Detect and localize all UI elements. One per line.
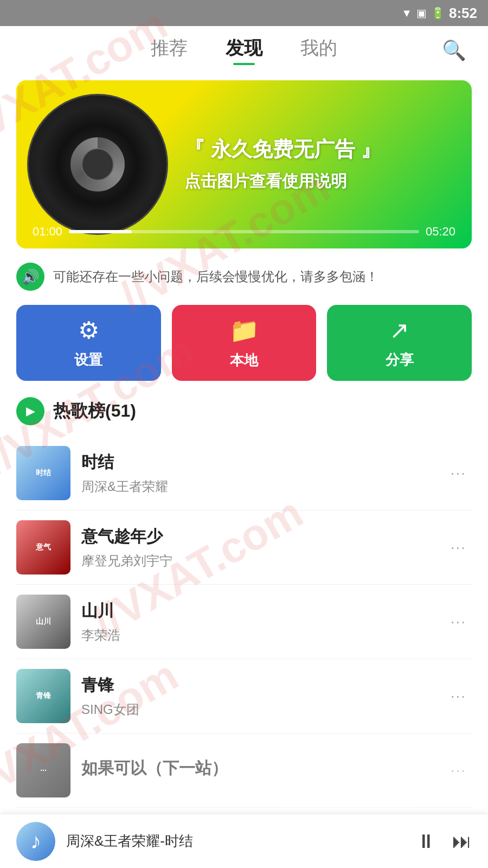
song-artist-2: 摩登兄弟刘宇宁	[81, 552, 434, 570]
banner-text: 『 永久免费无广告 』 点击图片查看使用说明	[168, 125, 472, 203]
song-info-5: 如果可以（下一站）	[81, 757, 434, 784]
gear-icon: ⚙	[78, 316, 99, 344]
song-title-5: 如果可以（下一站）	[81, 757, 434, 780]
banner-subtitle: 点击图片查看使用说明	[184, 170, 455, 193]
play-all-button[interactable]: ▶	[16, 397, 44, 425]
share-button[interactable]: ↗ 分享	[327, 305, 472, 381]
list-item[interactable]: 意气 意气趁年少 摩登兄弟刘宇宁 ···	[16, 510, 472, 585]
hot-list-header: ▶ 热歌榜(51)	[0, 392, 488, 436]
song-more-5[interactable]: ···	[445, 756, 472, 784]
song-cover-1: 时结	[16, 446, 70, 500]
song-cover-4: 青锋	[16, 669, 70, 723]
tab-mine[interactable]: 我的	[300, 36, 337, 65]
share-label: 分享	[386, 350, 414, 369]
progress-total-time: 05:20	[426, 225, 455, 239]
status-icons: ▼ ▣ 🔋 8:52	[401, 5, 477, 22]
notice-text: 可能还存在一些小问题，后续会慢慢优化，请多多包涵！	[53, 267, 378, 286]
song-info-4: 青锋 SING女团	[81, 674, 434, 718]
local-button[interactable]: 📁 本地	[172, 305, 317, 381]
list-item[interactable]: 时结 时结 周深&王者荣耀 ···	[16, 436, 472, 510]
list-item[interactable]: ··· 如果可以（下一站） ···	[16, 733, 472, 808]
song-cover-5: ···	[16, 743, 70, 797]
song-cover-2: 意气	[16, 520, 70, 575]
quick-buttons: ⚙ 设置 📁 本地 ↗ 分享	[0, 299, 488, 392]
speaker-icon: 🔊	[16, 263, 44, 291]
vinyl-inner	[70, 137, 125, 192]
settings-button[interactable]: ⚙ 设置	[16, 305, 161, 381]
folder-icon: 📁	[229, 316, 259, 344]
player-cover: ♪	[16, 822, 55, 861]
song-artist-4: SING女团	[81, 701, 434, 718]
tab-discover[interactable]: 发现	[226, 36, 262, 65]
status-bar: ▼ ▣ 🔋 8:52	[0, 0, 488, 26]
banner-title: 『 永久免费无广告 』	[184, 136, 455, 163]
signal-icon: ▣	[416, 7, 427, 20]
song-info-2: 意气趁年少 摩登兄弟刘宇宁	[81, 526, 434, 570]
local-label: 本地	[230, 351, 258, 370]
progress-bar[interactable]	[69, 230, 419, 233]
song-more-2[interactable]: ···	[445, 533, 472, 561]
song-info-3: 山川 李荣浩	[81, 600, 434, 644]
list-item[interactable]: 山川 山川 李荣浩 ···	[16, 585, 472, 659]
song-info-1: 时结 周深&王者荣耀	[81, 451, 434, 495]
song-artist-3: 李荣浩	[81, 627, 434, 644]
banner[interactable]: 『 永久免费无广告 』 点击图片查看使用说明 01:00 05:20	[16, 80, 472, 248]
vinyl-outer	[27, 94, 168, 235]
progress-fill	[69, 230, 132, 233]
banner-progress: 01:00 05:20	[33, 225, 455, 239]
next-button[interactable]: ⏭	[452, 830, 472, 853]
song-more-4[interactable]: ···	[445, 682, 472, 710]
wifi-icon: ▼	[401, 7, 412, 20]
song-artist-1: 周深&王者荣耀	[81, 478, 434, 495]
battery-icon: 🔋	[431, 7, 445, 20]
player-controls: ⏸ ⏭	[416, 830, 472, 853]
progress-current-time: 01:00	[33, 225, 62, 239]
song-title-1: 时结	[81, 451, 434, 474]
settings-label: 设置	[74, 350, 102, 369]
top-nav: 推荐 发现 我的 🔍	[0, 26, 488, 75]
list-item[interactable]: 青锋 青锋 SING女团 ···	[16, 659, 472, 733]
tab-recommend[interactable]: 推荐	[151, 36, 188, 65]
song-cover-3: 山川	[16, 595, 70, 649]
bottom-player: ♪ 周深&王者荣耀-时结 ⏸ ⏭	[0, 814, 488, 868]
search-button[interactable]: 🔍	[442, 39, 466, 62]
pause-button[interactable]: ⏸	[416, 830, 436, 853]
song-more-3[interactable]: ···	[445, 608, 472, 636]
song-more-1[interactable]: ···	[445, 459, 472, 487]
share-icon: ↗	[389, 316, 409, 344]
vinyl-center	[81, 148, 114, 181]
song-title-4: 青锋	[81, 674, 434, 697]
notice-bar: 🔊 可能还存在一些小问题，后续会慢慢优化，请多多包涵！	[0, 254, 488, 299]
song-list: 时结 时结 周深&王者荣耀 ··· 意气 意气趁年少 摩登兄弟刘宇宁 ··· 山…	[0, 436, 488, 808]
now-playing-text: 周深&王者荣耀-时结	[66, 832, 406, 851]
banner-vinyl	[27, 94, 168, 235]
status-time: 8:52	[449, 5, 477, 22]
nav-tabs: 推荐 发现 我的	[151, 36, 337, 65]
song-title-3: 山川	[81, 600, 434, 622]
hot-list-title: 热歌榜(51)	[53, 399, 136, 423]
song-title-2: 意气趁年少	[81, 526, 434, 548]
